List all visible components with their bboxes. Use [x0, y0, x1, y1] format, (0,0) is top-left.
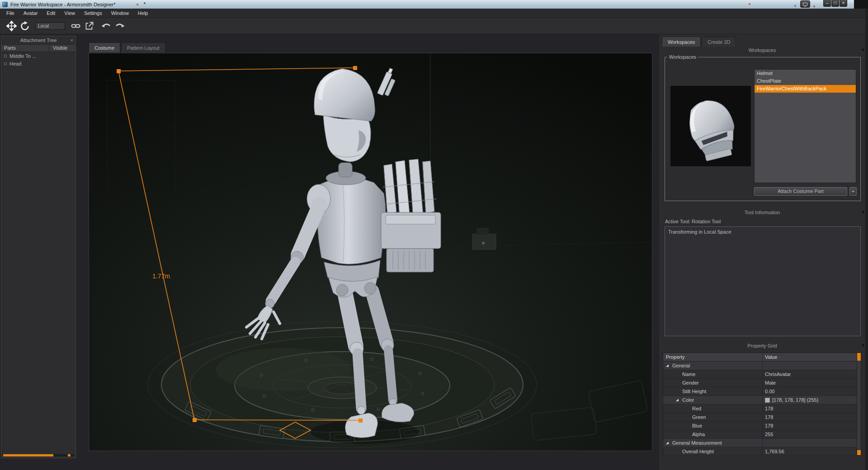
property-value: ChrisAvatar [765, 371, 791, 377]
value-cell: 178 [763, 422, 857, 430]
toolbar: Local [0, 18, 868, 34]
window-controls: – □ × [823, 0, 847, 7]
attachment-tree-header: Attachment Tree × [1, 36, 75, 44]
expander-icon[interactable] [676, 399, 679, 401]
column-header-value[interactable]: Value [763, 353, 857, 361]
property-row-general[interactable]: General [663, 362, 857, 370]
tree-item-middle-to[interactable]: Middle To ... [1, 52, 75, 60]
column-header-property[interactable]: Property [663, 353, 763, 361]
property-row-color[interactable]: Color[178, 178, 178] (255) [663, 396, 857, 404]
property-cell: Stilt Height [663, 387, 763, 395]
property-row-red[interactable]: Red178 [663, 404, 857, 413]
link-tool-button[interactable] [69, 20, 82, 33]
active-tool-label: Active Tool: Rotation Tool [665, 219, 721, 224]
menu-settings[interactable]: Settings [80, 9, 107, 18]
property-cell: General [663, 362, 763, 370]
property-grid-caption: Property Grid [659, 342, 865, 349]
property-row-stilt-height[interactable]: Stilt Height0.00 [663, 387, 857, 396]
tool-message-box: Transforming in Local Space [665, 226, 861, 336]
property-value: 1,769.56 [765, 449, 784, 454]
horizontal-scrollbar[interactable] [3, 454, 74, 456]
value-cell: Male [763, 379, 857, 387]
close-button[interactable]: × [840, 0, 847, 7]
menu-avatar[interactable]: Avatar [19, 9, 42, 18]
panel-tab-create-2d[interactable]: Create 2D [702, 37, 736, 47]
menu-file[interactable]: File [2, 9, 19, 18]
menu-view[interactable]: View [60, 9, 80, 18]
panel-tab-workspaces[interactable]: Workspaces [662, 37, 701, 47]
maximize-button[interactable]: □ [831, 0, 839, 7]
coordinate-space-select[interactable]: Local [35, 22, 65, 30]
minimize-button[interactable]: – [823, 0, 831, 7]
property-grid-rows: GeneralNameChrisAvatarGenderMaleStilt He… [663, 362, 857, 456]
scrollbar-down-marker[interactable] [857, 450, 861, 455]
menu-bar: FileAvatarEditViewSettingsWindowHelp [0, 9, 868, 18]
value-cell: 255 [763, 430, 857, 438]
scrollbar-thumb[interactable] [3, 454, 53, 456]
measurement-label: 1.77m [152, 273, 170, 280]
property-grid-scrollbar[interactable] [857, 353, 861, 455]
workspace-list[interactable]: HelmetChestPlateFireWarriorChestWithBack… [754, 69, 856, 183]
viewport-3d[interactable]: 1.77m [89, 53, 652, 451]
wallpaper-dot [144, 2, 146, 4]
redo-button[interactable] [113, 20, 127, 33]
property-row-blue[interactable]: Blue178 [663, 422, 857, 430]
collapse-icon[interactable] [861, 49, 864, 52]
right-tab-bar: WorkspacesCreate 2D [662, 37, 736, 47]
viewport-scene: 1.77m [89, 53, 652, 451]
value-cell: 178 [763, 404, 857, 413]
collapse-icon[interactable] [861, 344, 864, 347]
property-row-green[interactable]: Green178 [663, 413, 857, 422]
property-label: Stilt Height [682, 389, 706, 394]
value-cell: 0.00 [763, 387, 857, 395]
property-value: Male [765, 380, 776, 385]
property-row-name[interactable]: NameChrisAvatar [663, 370, 857, 379]
property-value: 255 [765, 432, 773, 437]
value-cell [763, 362, 857, 370]
property-row-gender[interactable]: GenderMale [663, 379, 857, 387]
title-bar[interactable]: Fire Warrior Workspace - Armorsmith Desi… [0, 0, 868, 9]
display-switch-button[interactable] [800, 0, 810, 8]
export-tool-button[interactable] [82, 20, 96, 33]
viewport-tab-costume[interactable]: Costume [89, 42, 120, 52]
menu-window[interactable]: Window [107, 9, 133, 18]
scrollbar-up-marker[interactable] [857, 353, 861, 361]
column-header-parts[interactable]: Parts [1, 45, 49, 52]
tree-item-label: Middle To ... [9, 53, 36, 59]
menu-edit[interactable]: Edit [42, 9, 60, 18]
property-row-overall-height[interactable]: Overall Height1,769.56 [663, 447, 857, 456]
menu-help[interactable]: Help [133, 9, 153, 18]
collapse-icon[interactable] [861, 211, 864, 214]
property-cell: Color [663, 396, 763, 404]
property-row-general-measurement[interactable]: General Measurement [663, 439, 857, 447]
rotate-tool-button[interactable] [18, 20, 32, 33]
tree-item-label: Head [9, 61, 21, 66]
tree-item-head[interactable]: Head [1, 60, 75, 67]
workspace-item-helmet[interactable]: Helmet [755, 70, 856, 77]
move-tool-button[interactable] [5, 20, 18, 33]
undo-button[interactable] [99, 20, 113, 33]
workspace-item-firewarriorchestwithbackpack[interactable]: FireWarriorChestWithBackPack [755, 85, 856, 93]
tool-information-caption: Tool Information [659, 209, 865, 216]
property-label: General Measurement [672, 440, 722, 446]
tree-item-icon [4, 55, 7, 57]
property-row-alpha[interactable]: Alpha255 [663, 430, 857, 439]
groupbox-title: Workspaces [667, 54, 698, 60]
workspaces-groupbox: Workspaces [665, 57, 861, 201]
property-cell: Gender [663, 379, 763, 387]
expander-icon[interactable] [666, 364, 669, 367]
add-workspace-button[interactable]: + [849, 187, 857, 196]
expander-icon[interactable] [666, 442, 669, 444]
viewport-tab-pattern-layout[interactable]: Pattern Layout [121, 42, 165, 52]
value-cell: 1,769.56 [763, 447, 857, 456]
workspace-item-chestplate[interactable]: ChestPlate [755, 77, 856, 85]
close-panel-icon[interactable]: × [71, 36, 73, 44]
property-label: Blue [692, 423, 702, 428]
property-value: 178 [765, 414, 773, 420]
rotate-icon [20, 21, 30, 31]
tree-column-headers: Parts Visible [1, 44, 75, 52]
attach-costume-part-button[interactable]: Attach Costume Part [754, 187, 847, 196]
application-window: Fire Warrior Workspace - Armorsmith Desi… [0, 0, 868, 470]
column-header-visible[interactable]: Visible [49, 45, 75, 52]
property-label: General [672, 363, 690, 368]
